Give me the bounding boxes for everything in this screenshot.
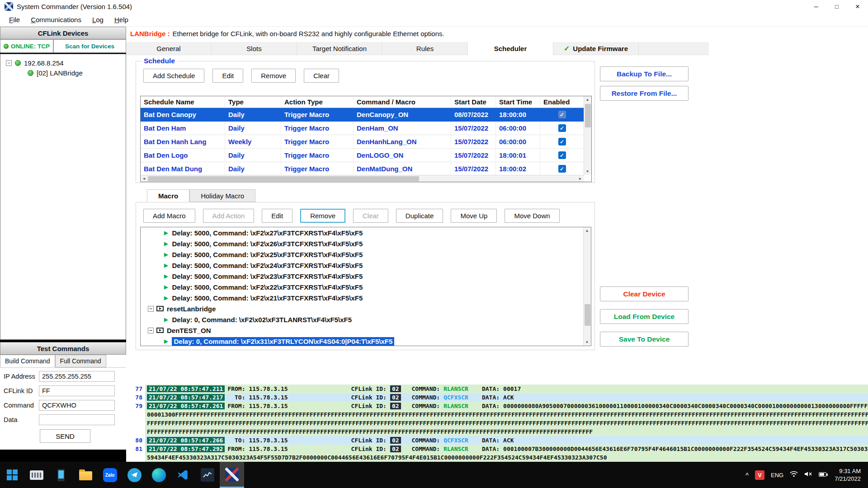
scroll-up-icon[interactable]: ▲ — [584, 96, 591, 103]
scroll-up-icon[interactable]: ▲ — [584, 227, 590, 234]
move-down-button[interactable]: Move Down — [505, 209, 559, 223]
language-indicator[interactable]: ENG — [771, 472, 783, 479]
schedule-row[interactable]: Bat Den Ham Daily Trigger Macro DenHam_O… — [141, 122, 584, 135]
scrollbar-thumb[interactable] — [148, 176, 419, 181]
test-commands-header: Test Commands — [0, 342, 126, 355]
macro-action-item[interactable]: ▶ Delay: 5000, Command: \xF2\x27\xF3TCFX… — [141, 227, 591, 238]
vscode-icon[interactable] — [171, 462, 195, 488]
edit-schedule-button[interactable]: Edit — [212, 69, 243, 83]
scrollbar-thumb[interactable] — [585, 104, 591, 127]
tab-rules[interactable]: Rules — [382, 42, 468, 55]
move-up-button[interactable]: Move Up — [451, 209, 497, 223]
wifi-icon[interactable] — [790, 471, 798, 479]
enabled-checkbox[interactable]: ✓ — [558, 165, 566, 173]
edge-icon[interactable] — [146, 462, 171, 488]
ip-address-input[interactable] — [39, 371, 115, 382]
send-button[interactable]: SEND — [40, 429, 90, 443]
clear-device-button[interactable]: Clear Device — [600, 286, 689, 301]
tab-holiday-macro[interactable]: Holiday Macro — [189, 189, 255, 202]
clear-schedule-button[interactable]: Clear — [304, 69, 339, 83]
table-vertical-scrollbar[interactable]: ▲ ▼ — [584, 96, 591, 175]
remove-macro-button[interactable]: Remove — [300, 209, 345, 223]
volume-muted-icon[interactable] — [804, 471, 812, 479]
scroll-left-icon[interactable]: ◄ — [141, 175, 147, 182]
menu-file[interactable]: File — [4, 13, 25, 27]
edit-macro-button[interactable]: Edit — [262, 209, 292, 223]
tray-clock[interactable]: 9:31 AM 7/21/2022 — [835, 467, 861, 483]
macro-action-item[interactable]: ▶ Delay: 5000, Command: \xF2\x26\xF3TCFX… — [141, 238, 591, 249]
add-schedule-button[interactable]: Add Schedule — [143, 69, 204, 83]
table-horizontal-scrollbar[interactable]: ◄ ► — [141, 175, 584, 182]
start-button[interactable] — [0, 462, 24, 488]
unikey-icon[interactable]: V — [755, 470, 764, 480]
menu-log[interactable]: Log — [87, 13, 109, 27]
tab-build-command[interactable]: Build Command — [0, 355, 55, 367]
macro-action-item-selected[interactable]: ▶ Delay: 0, Command: \xF2\x31\xF3TRLYCON… — [141, 336, 591, 347]
menu-help[interactable]: Help — [109, 13, 134, 27]
backup-to-file-button[interactable]: Backup To File... — [600, 66, 689, 81]
tray-time: 9:31 AM — [835, 467, 861, 475]
tab-scheduler[interactable]: Scheduler — [468, 42, 553, 55]
keyboard-app-icon[interactable] — [24, 462, 49, 488]
minimize-button[interactable]: ─ — [806, 0, 826, 13]
tab-slots[interactable]: Slots — [212, 42, 297, 55]
tab-update-firmware[interactable]: ✓ Update Firmware — [553, 42, 639, 55]
save-to-device-button[interactable]: Save To Device — [600, 332, 689, 347]
scan-for-devices-button[interactable]: Scan for Devices — [53, 39, 126, 53]
enabled-checkbox[interactable]: ✓ — [558, 138, 566, 145]
macro-folder-item[interactable]: − DenTEST_ON — [141, 325, 591, 336]
tray-expand-icon[interactable]: ^ — [745, 471, 749, 479]
load-from-device-button[interactable]: Load From Device — [600, 309, 689, 324]
macro-action-item[interactable]: ▶ Delay: 5000, Command: \xF2\x23\xF3TCFX… — [141, 271, 591, 282]
macro-list-scrollbar[interactable]: ▲ ▼ — [583, 227, 591, 346]
system-commander-taskbar-icon[interactable] — [220, 462, 244, 488]
online-status-button[interactable]: ONLINE: TCP — [0, 39, 53, 53]
scrollbar-thumb[interactable] — [585, 304, 590, 326]
enabled-checkbox[interactable]: ✓ — [558, 124, 566, 132]
macro-action-item[interactable]: ▶ Delay: 5000, Command: \xF2\x21\xF3TCFX… — [141, 292, 591, 303]
macro-action-item[interactable]: ▶ Delay: 0, Command: \xF2\x02\xF3TLANRST… — [141, 314, 591, 325]
restore-from-file-button[interactable]: Restore From File... — [600, 86, 689, 101]
close-button[interactable]: ✕ — [847, 0, 868, 13]
monitor-app-icon[interactable] — [195, 462, 220, 488]
schedule-row[interactable]: Bat Den Mat Dung Daily Trigger Macro Den… — [141, 162, 584, 176]
scroll-right-icon[interactable]: ► — [577, 175, 584, 182]
remove-schedule-button[interactable]: Remove — [251, 69, 296, 83]
tree-node-lanbridge[interactable]: [02] LANBridge — [0, 68, 126, 78]
column-header: Schedule Name — [141, 96, 225, 108]
menu-communications[interactable]: Communications — [25, 13, 87, 27]
tab-target-notification[interactable]: Target Notification — [297, 42, 382, 55]
add-macro-button[interactable]: Add Macro — [143, 209, 195, 223]
duplicate-macro-button[interactable]: Duplicate — [396, 209, 443, 223]
tab-macro[interactable]: Macro — [147, 189, 189, 202]
command-input[interactable] — [39, 400, 115, 411]
collapse-icon[interactable]: − — [148, 306, 154, 312]
macro-action-item[interactable]: ▶ Delay: 5000, Command: \xF2\x25\xF3TCFX… — [141, 249, 591, 260]
schedule-row[interactable]: Bat Den Canopy Daily Trigger Macro DenCa… — [141, 108, 584, 122]
tree-node-root[interactable]: − 192.68.8.254 — [0, 58, 126, 68]
collapse-icon[interactable]: − — [148, 328, 154, 333]
file-explorer-icon[interactable] — [73, 462, 98, 488]
zalo-icon[interactable]: Zalo — [98, 462, 122, 488]
collapse-icon[interactable]: − — [6, 60, 12, 66]
schedule-row[interactable]: Bat Den Hanh Lang Weekly Trigger Macro D… — [141, 135, 584, 149]
tab-full-command[interactable]: Full Command — [55, 355, 106, 367]
cflink-id-input[interactable] — [39, 385, 115, 396]
battery-icon[interactable] — [819, 471, 828, 479]
maximize-button[interactable]: □ — [826, 0, 847, 13]
macro-action-item[interactable]: ▶ Delay: 5000, Command: \xF2\x22\xF3TCFX… — [141, 282, 591, 292]
add-action-button[interactable]: Add Action — [203, 209, 255, 223]
scroll-down-icon[interactable]: ▼ — [584, 339, 590, 346]
clear-macro-button[interactable]: Clear — [353, 209, 388, 223]
schedule-row[interactable]: Bat Den Logo Daily Trigger Macro DenLOGO… — [141, 149, 584, 162]
tab-general[interactable]: General — [126, 42, 212, 55]
macro-folder-item[interactable]: − resetLanbridge — [141, 303, 591, 314]
enabled-checkbox[interactable]: ✓ — [558, 111, 566, 118]
enabled-checkbox[interactable]: ✓ — [558, 151, 566, 159]
timestamp-badge: 21/07/22 08:57:47.211 — [147, 385, 225, 392]
macro-action-item[interactable]: ▶ Delay: 5000, Command: \xF2\x24\xF3TCFX… — [141, 260, 591, 271]
data-input[interactable] — [39, 414, 115, 425]
phone-app-icon[interactable] — [49, 462, 73, 488]
scroll-down-icon[interactable]: ▼ — [584, 168, 591, 175]
telegram-icon[interactable] — [122, 462, 146, 488]
